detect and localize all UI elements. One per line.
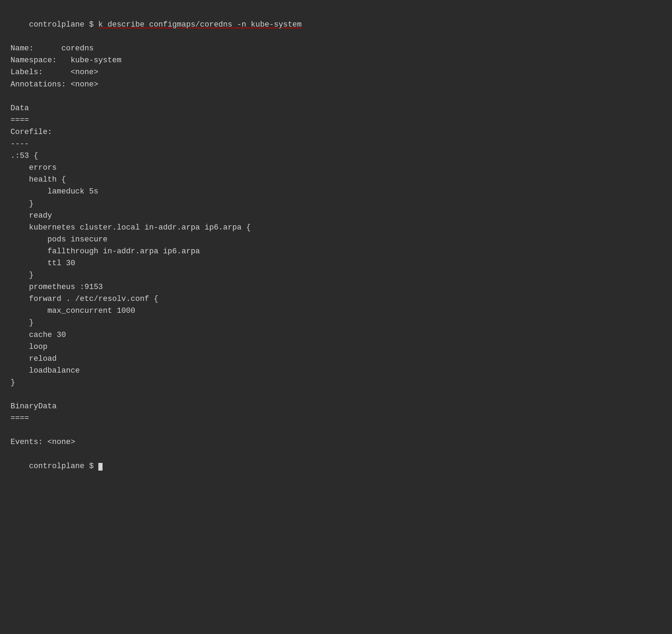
- command-text: k describe configmaps/coredns -n kube-sy…: [98, 20, 302, 29]
- config-line-17: loop: [10, 341, 662, 353]
- corefile-separator: ----: [10, 138, 662, 150]
- namespace-value: kube-system: [57, 56, 121, 65]
- corefile-label: Corefile:: [10, 126, 662, 138]
- config-line-4: lameduck 5s: [10, 186, 662, 198]
- config-line-20: }: [10, 377, 662, 389]
- labels-line: Labels: <none>: [10, 66, 662, 78]
- config-line-8: pods insecure: [10, 234, 662, 246]
- cursor: [98, 463, 103, 471]
- data-separator: ====: [10, 114, 662, 126]
- binary-data-header: BinaryData: [10, 401, 662, 413]
- config-line-18: reload: [10, 353, 662, 365]
- config-line-11: }: [10, 269, 662, 281]
- namespace-key: Namespace:: [10, 56, 57, 65]
- prompt: controlplane $: [29, 20, 98, 29]
- events-key: Events:: [10, 438, 43, 446]
- config-line-14: max_concurrent 1000: [10, 305, 662, 317]
- final-prompt: controlplane $: [29, 462, 98, 471]
- name-value: coredns: [34, 44, 94, 53]
- terminal-window: controlplane $ k describe configmaps/cor…: [10, 7, 662, 634]
- config-line-1: .:53 {: [10, 150, 662, 162]
- namespace-line: Namespace: kube-system: [10, 55, 662, 66]
- config-line-19: loadbalance: [10, 365, 662, 377]
- final-prompt-line: controlplane $: [10, 448, 662, 484]
- config-line-12: prometheus :9153: [10, 281, 662, 293]
- config-line-6: ready: [10, 210, 662, 222]
- config-line-7: kubernetes cluster.local in-addr.arpa ip…: [10, 222, 662, 234]
- events-line: Events: <none>: [10, 436, 662, 448]
- config-line-9: fallthrough in-addr.arpa ip6.arpa: [10, 246, 662, 258]
- config-line-2: errors: [10, 162, 662, 174]
- labels-value: <none>: [43, 68, 98, 77]
- config-line-10: ttl 30: [10, 258, 662, 269]
- empty-line-1: [10, 91, 662, 103]
- data-header: Data: [10, 103, 662, 114]
- empty-line-2: [10, 389, 662, 401]
- empty-line-3: [10, 424, 662, 436]
- annotations-key: Annotations:: [10, 80, 66, 89]
- labels-key: Labels:: [10, 68, 43, 77]
- name-line: Name: coredns: [10, 43, 662, 55]
- annotations-line: Annotations: <none>: [10, 79, 662, 91]
- config-line-5: }: [10, 198, 662, 210]
- name-key: Name:: [10, 44, 34, 53]
- config-line-13: forward . /etc/resolv.conf {: [10, 293, 662, 305]
- events-value: <none>: [43, 438, 75, 446]
- command-line: controlplane $ k describe configmaps/cor…: [10, 7, 662, 43]
- annotations-value: <none>: [66, 80, 98, 89]
- binary-data-separator: ====: [10, 413, 662, 424]
- config-line-15: }: [10, 317, 662, 329]
- config-line-3: health {: [10, 174, 662, 186]
- config-line-16: cache 30: [10, 329, 662, 341]
